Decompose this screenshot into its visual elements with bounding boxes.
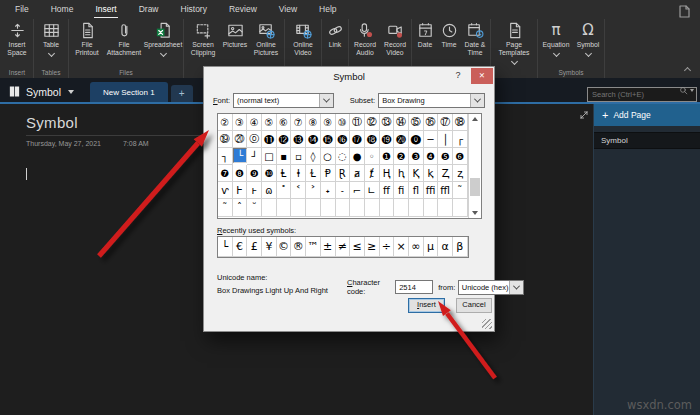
symbol-cell[interactable]: ❽ [233,165,248,182]
symbol-cell[interactable]: ◦ [365,148,380,165]
file-attachment-button[interactable]: File Attachment [104,19,144,68]
symbol-cell[interactable]: ﬂ [409,182,424,199]
symbol-cell[interactable] [380,199,395,216]
symbol-cell[interactable] [291,199,306,216]
symbol-cell[interactable]: ⓬ [277,131,292,148]
symbol-cell[interactable]: ❿ [262,165,277,182]
symbol-cell[interactable]: ⑱ [453,114,468,131]
symbol-cell[interactable]: ⑫ [365,114,380,131]
chevron-down-icon[interactable] [509,281,523,294]
symbol-cell[interactable]: ⱨ [394,165,409,182]
symbol-cell[interactable]: Ⱶ [233,182,248,199]
expand-page-list-icon[interactable] [578,109,590,121]
scroll-up-icon[interactable] [472,117,478,121]
page-list-item-symbol[interactable]: Symbol [594,132,700,149]
recent-symbol-cell[interactable]: £ [247,237,262,257]
tab-draw[interactable]: Draw [128,0,170,19]
symbol-cell[interactable]: ˜ [218,199,233,216]
recent-symbol-cell[interactable]: ≥ [365,237,380,257]
symbol-cell[interactable]: ⓭ [291,131,306,148]
symbol-cell[interactable]: ❶ [380,148,395,165]
font-dropdown[interactable]: (normal text) [233,93,334,108]
time-button[interactable]: Time [437,19,461,68]
symbol-cell[interactable]: ⑮ [409,114,424,131]
symbol-cell[interactable]: ❸ [409,148,424,165]
chevron-down-icon[interactable] [690,89,694,92]
tab-view[interactable]: View [268,0,308,19]
recent-symbol-cell[interactable]: ± [321,237,336,257]
link-button[interactable]: Link [323,19,347,68]
recent-symbol-cell[interactable]: ¥ [262,237,277,257]
recent-symbol-cell[interactable]: β [453,237,468,257]
symbol-cell[interactable]: ③ [233,114,248,131]
symbol-cell[interactable]: Ɽ [336,165,351,182]
symbol-cell[interactable]: ﬁ [394,182,409,199]
dialog-resize-grip[interactable] [482,319,492,329]
symbol-cell[interactable]: ⱱ [218,182,233,199]
dialog-close-button[interactable]: ✕ [471,68,493,84]
symbol-cell[interactable]: ﬃ [424,182,439,199]
pictures-button[interactable]: Pictures [221,19,249,68]
symbol-cell[interactable]: ⑧ [306,114,321,131]
screen-clipping-button[interactable]: Screen Clipping [185,19,221,68]
recent-symbol-cell[interactable]: ≠ [336,237,351,257]
symbol-cell[interactable]: ┌ [453,131,468,148]
symbol-cell[interactable] [306,199,321,216]
symbol-cell[interactable] [262,199,277,216]
search-icon[interactable] [679,86,688,95]
symbol-cell[interactable]: ● [350,148,365,165]
symbol-cell[interactable]: ⱦ [365,165,380,182]
symbol-cell[interactable] [321,199,336,216]
symbol-cell[interactable]: ❾ [247,165,262,182]
record-audio-button[interactable]: Record Audio [350,19,380,68]
grid-scrollbar[interactable] [468,114,481,218]
section-tab-new-section-1[interactable]: New Section 1 [90,82,168,102]
symbol-cell[interactable]: ˟ [277,182,292,199]
recent-symbol-cell[interactable]: ∞ [409,237,424,257]
symbol-cell[interactable]: ◌ [336,148,351,165]
symbol-cell[interactable]: ⑩ [336,114,351,131]
symbol-cell[interactable]: ④ [247,114,262,131]
date-and-time-button[interactable]: Date & Time [461,19,489,68]
symbol-cell[interactable]: ❺ [438,148,453,165]
symbol-cell[interactable]: ⱶ [247,182,262,199]
symbol-cell[interactable]: ⑰ [438,114,453,131]
symbol-cell[interactable] [438,199,453,216]
symbol-cell[interactable]: ⑨ [321,114,336,131]
symbol-cell[interactable]: ﬀ [380,182,395,199]
symbol-cell[interactable]: ⱪ [424,165,439,182]
dialog-help-button[interactable]: ? [449,67,467,84]
symbol-cell[interactable] [277,199,292,216]
symbol-cell[interactable]: ❷ [394,148,409,165]
recent-symbol-cell[interactable]: ÷ [380,237,395,257]
symbol-cell[interactable]: ⓪ [247,131,262,148]
page-templates-button[interactable]: Page Templates [492,19,536,68]
symbol-cell[interactable]: ⌐ [350,182,365,199]
collapse-ribbon-icon[interactable] [685,66,691,72]
recent-symbol-cell[interactable]: € [233,237,248,257]
recent-symbol-cell[interactable]: ≤ [350,237,365,257]
record-video-button[interactable]: Record Video [380,19,410,68]
symbol-cell[interactable]: ⓴ [394,131,409,148]
symbol-cell[interactable]: └ [233,148,248,163]
recent-symbol-cell[interactable]: × [394,237,409,257]
symbol-cell[interactable]: □ [262,148,277,165]
symbol-cell[interactable]: ˜ [453,182,468,199]
symbol-cell[interactable]: ⑤ [262,114,277,131]
spreadsheet-button[interactable]: Spreadsheet [144,19,182,68]
symbol-cell[interactable]: Ɫ [306,165,321,182]
symbol-cell[interactable] [336,199,351,216]
cancel-button[interactable]: Cancel [456,298,492,313]
symbol-cell[interactable]: ⱥ [350,165,365,182]
online-video-button[interactable]: Online Video [286,19,320,68]
symbol-cell[interactable]: ┘ [247,148,262,165]
recent-symbol-cell[interactable]: © [277,237,292,257]
symbol-cell[interactable]: ❹ [424,148,439,165]
symbol-cell[interactable]: ˘ [247,199,262,216]
symbol-cell[interactable]: ⱬ [453,165,468,182]
equation-button[interactable]: π Equation [539,19,573,68]
symbol-cell[interactable]: ⑲ [218,131,233,148]
tab-file[interactable]: File [4,0,40,19]
recent-symbol-cell[interactable]: ™ [306,237,321,257]
chevron-down-icon[interactable] [319,94,333,107]
